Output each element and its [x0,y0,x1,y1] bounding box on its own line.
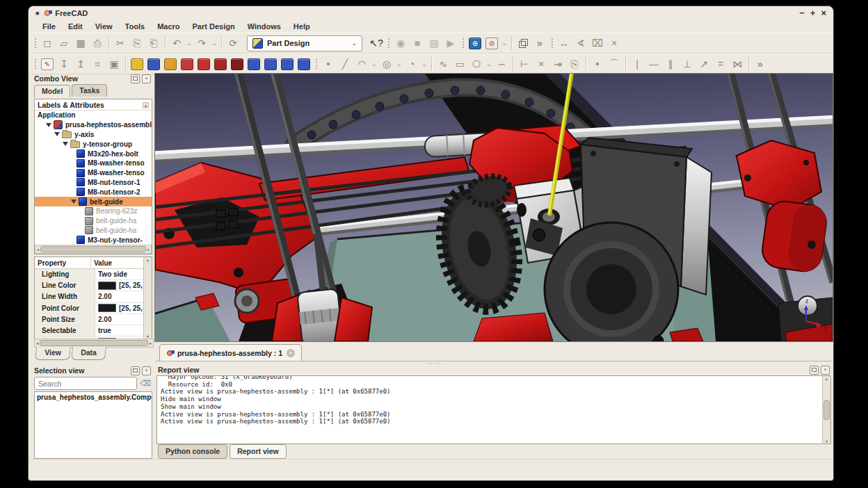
edit-sketch-button[interactable]: ✎ [39,56,56,72]
menu-windows[interactable]: Windows [242,22,287,31]
multitransform-button[interactable] [296,56,312,72]
tree-item-application[interactable]: Application [35,111,152,120]
tree-item-bearing-623z[interactable]: Bearing-623z [35,206,152,216]
paste-button[interactable]: ⎗ [145,35,162,51]
trim-edge-button[interactable]: × [533,56,549,72]
tree-item-m8-nut-tensor-2[interactable]: M8-nut-tensor-2 [35,187,152,197]
minimize-button[interactable]: − [799,8,805,18]
constrain-perpendicular-button[interactable]: ⊥ [679,56,696,72]
macro-edit-button[interactable]: ▤ [426,35,442,51]
tree-item-y-tensor-group[interactable]: y-tensor-group [35,139,152,149]
additive-pipe-button[interactable] [179,56,195,72]
view-overflow-button[interactable]: » [531,35,548,51]
maximize-button[interactable]: + [810,8,816,18]
mirrored-button[interactable] [246,56,262,72]
tree-item-m3x20-hex-bolt[interactable]: M3x20-hex-bolt [35,149,152,158]
tree-item-belt-guide[interactable]: belt-guide [35,197,152,206]
constrain-tangent-button[interactable]: ↗ [696,56,712,72]
3d-viewport[interactable]: z y x [155,74,833,341]
additive-loft-button[interactable] [162,56,179,72]
create-polygon-button[interactable]: ⎔ [468,56,485,72]
import-button[interactable]: ↧ [56,56,72,72]
tree-item-belt-guide-ha[interactable]: belt-guide-ha [35,216,152,226]
export-button[interactable]: ↥ [72,56,89,72]
create-circle-button[interactable]: ◎ [378,56,395,72]
scroll-right-icon[interactable]: ▸ [150,341,152,345]
carbon-copy-button[interactable]: ⎘ [566,56,583,72]
open-file-button[interactable]: ▱ [56,35,72,51]
measure-angular-button[interactable]: ∢ [572,35,589,51]
axonometric-view-button[interactable] [515,35,531,51]
scroll-down-icon[interactable]: ▾ [147,334,149,339]
property-row-selectable[interactable]: Selectabletrue [35,325,152,336]
tree-item-m8-washer-tenso[interactable]: M8-washer-tenso [35,168,152,178]
linear-pattern-button[interactable] [262,56,279,72]
menu-file[interactable]: File [37,22,61,31]
undo-button[interactable]: ↶ [168,35,185,51]
revolution-button[interactable] [145,56,162,72]
create-fillet-button[interactable]: ⌒ [606,56,622,72]
scroll-up-icon[interactable]: ▴ [147,257,149,262]
expander-icon[interactable] [63,142,68,146]
tree-item-m8-washer-tenso[interactable]: M8-washer-tenso [35,158,152,168]
draw-style-menu-button[interactable]: ⌄ [500,35,508,51]
extend-edge-button[interactable]: ⇥ [549,56,566,72]
scroll-up-icon[interactable]: ▴ [826,376,828,381]
property-row-line-color[interactable]: Line Color[25, 25, 25] [35,280,152,291]
search-clear-icon[interactable]: ⌫ [140,379,151,388]
scroll-left-icon[interactable]: ◂ [36,341,38,345]
undo-menu-button[interactable]: ⌄ [185,35,193,51]
workbench-selector[interactable]: Part Design⌄ [247,35,362,51]
save-file-button[interactable]: ▦ [72,35,89,51]
scroll-thumb[interactable] [40,340,148,346]
macro-play-button[interactable]: ▶ [442,35,459,51]
document-tab[interactable]: ⚙ prusa-hephestos-assembly : 1 × [159,344,302,361]
tab-report-view[interactable]: Report view [230,444,287,459]
expander-icon[interactable] [71,200,77,204]
redo-menu-button[interactable]: ⌄ [210,35,218,51]
combo-view-close-icon[interactable]: × [142,74,151,83]
macro-stop-button[interactable]: ■ [409,35,426,51]
menu-edit[interactable]: Edit [63,22,88,31]
tab-model[interactable]: Model [34,85,70,97]
new-file-button[interactable]: ◻ [39,35,56,51]
document-tab-close-icon[interactable]: × [287,349,295,357]
measure-linear-button[interactable]: ↔ [556,35,572,51]
tab-tasks[interactable]: Tasks [72,84,107,97]
menu-macro[interactable]: Macro [152,22,185,31]
console-vscrollbar[interactable]: ▴ ▾ [822,376,830,444]
pocket-button[interactable] [229,56,246,72]
create-conic-button[interactable]: ◔ [403,56,420,72]
scroll-thumb[interactable] [823,400,830,420]
map-sketch-button[interactable]: ▣ [106,56,122,72]
tree-item-prusa-hephestos-assembly[interactable]: prusa-hephestos-assembly [35,120,152,130]
tab-python-console[interactable]: Python console [158,444,227,459]
chamfer-button[interactable] [212,56,229,72]
property-row-line-width[interactable]: Line Width2.00 [35,291,152,302]
cut-button[interactable]: ✂ [112,35,129,51]
sketch-overflow-button[interactable]: » [752,56,769,72]
constrain-horizontal-button[interactable]: — [645,56,662,72]
polygon-menu-button[interactable]: ⌄ [485,56,493,72]
constrain-symmetric-button[interactable]: ⋈ [729,56,746,72]
scroll-right-icon[interactable]: ▸ [147,247,150,252]
window-menu-icon[interactable]: ■ [35,10,39,17]
report-view-float-icon[interactable] [810,366,819,375]
tab-view[interactable]: View [35,347,71,360]
refresh-button[interactable]: ⟳ [225,35,241,51]
menu-help[interactable]: Help [288,22,316,31]
create-rectangle-button[interactable]: ▭ [451,56,468,72]
search-input[interactable] [34,377,137,390]
property-row-point-color[interactable]: Point Color[25, 25, 25] [35,303,152,314]
constrain-parallel-button[interactable]: ∥ [662,56,679,72]
toggle-construction-button[interactable]: • [589,56,606,72]
create-bspline-button[interactable]: ∽ [493,56,510,72]
report-view-close-icon[interactable]: × [821,366,830,375]
polar-pattern-button[interactable] [279,56,296,72]
menu-part-design[interactable]: Part Design [187,22,241,31]
pad-button[interactable] [129,56,145,72]
circle-menu-button[interactable]: ⌄ [395,56,403,72]
selection-item[interactable]: prusa_hephestos_assembly.CompoundC [35,392,152,402]
expander-icon[interactable] [46,123,51,127]
constrain-vertical-button[interactable]: | [629,56,645,72]
